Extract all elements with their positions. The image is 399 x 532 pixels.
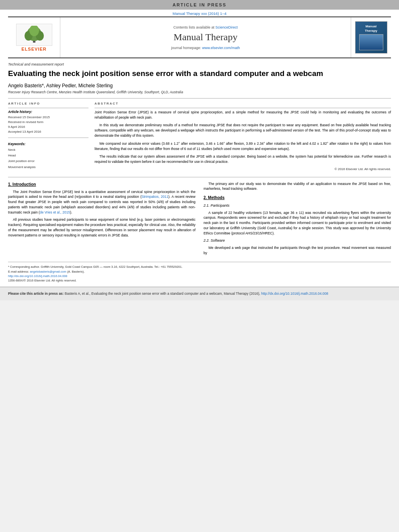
authors: Angelo Basteris*, Ashley Pedler, Michele… xyxy=(8,83,391,88)
devries-ref[interactable]: de Vries et al., 2015 xyxy=(40,210,70,214)
citation-text: Basteris A, et al., Evaluating the neck … xyxy=(65,292,261,296)
contents-link[interactable]: ScienceDirect xyxy=(216,25,238,29)
body-para-1: The Joint Position Sense Error (JPSE) te… xyxy=(8,189,195,215)
divider-keywords xyxy=(8,138,88,138)
email-link[interactable]: angelobasteris@gmail.com xyxy=(30,270,66,273)
page-wrapper: ARTICLE IN PRESS Manual Therapy xxx (201… xyxy=(0,0,399,300)
body-right-para-1: The primary aim of our study was to demo… xyxy=(204,181,391,192)
divider-body xyxy=(8,177,391,177)
elsevier-logo-area: ELSEVIER xyxy=(8,17,60,58)
footnote-corresponding: * Corresponding author. Griffith Univers… xyxy=(8,265,391,269)
footnote-issn: 1356-689X/© 2016 Elsevier Ltd. All right… xyxy=(8,278,391,283)
article-in-press-label: ARTICLE IN PRESS xyxy=(173,2,226,7)
section2-heading: 2. Methods xyxy=(204,195,391,201)
contents-label: Contents lists available at xyxy=(173,25,214,29)
homepage-label: journal homepage: xyxy=(171,46,201,50)
journal-ref-text: Manual Therapy xxx (2016) 1–4 xyxy=(173,11,226,16)
article-info-col: ARTICLE INFO Article history: Received 1… xyxy=(8,102,88,172)
header-section: ELSEVIER Contents lists available at Sci… xyxy=(8,16,391,58)
body-para-2: All previous studies have required parti… xyxy=(8,217,195,238)
body-right-para-3: We developed a web page that instructed … xyxy=(204,245,391,256)
elsevier-logo-img xyxy=(16,24,52,46)
footnote-email: E-mail address: angelobasteris@gmail.com… xyxy=(8,269,391,274)
journal-thumbnail-area: Manual Therapy xyxy=(351,17,391,58)
issn-text: 1356-689X/© 2016 Elsevier Ltd. All right… xyxy=(8,279,76,282)
homepage-link[interactable]: www.elsevier.com/math xyxy=(202,46,240,50)
email-suffix: (A. Basteris). xyxy=(67,270,84,273)
footnote-area: * Corresponding author. Griffith Univers… xyxy=(8,262,391,283)
article-title: Evaluating the neck joint position sense… xyxy=(8,69,391,79)
section1-heading: 1. Introduction xyxy=(8,181,195,187)
strimpakos-ref[interactable]: Strimpakos, 2011 xyxy=(142,195,169,199)
journal-ref-line: Manual Therapy xxx (2016) 1–4 xyxy=(0,10,399,16)
abstract-para-3: We compared our absolute error values (3… xyxy=(95,141,391,152)
divider-abstract xyxy=(95,108,391,108)
journal-title: Manual Therapy xyxy=(174,32,238,43)
corresponding-text: * Corresponding author. Griffith Univers… xyxy=(8,265,183,269)
header-center: Contents lists available at ScienceDirec… xyxy=(60,17,351,58)
body-left-col: 1. Introduction The Joint Position Sense… xyxy=(8,181,195,258)
copyright-line: © 2016 Elsevier Ltd. All rights reserved… xyxy=(95,167,391,172)
abstract-para-1: Joint Position Sense Error (JPSE) is a m… xyxy=(95,110,391,120)
section2-1-heading: 2.1. Participants xyxy=(204,203,391,209)
citation-bar: Please cite this article in press as: Ba… xyxy=(0,287,399,300)
elsevier-text: ELSEVIER xyxy=(21,47,46,51)
article-info-label: ARTICLE INFO xyxy=(8,102,88,105)
affiliation: Recover Injury Research Centre, Menzies … xyxy=(8,90,391,94)
keywords-label: Keywords: xyxy=(8,142,88,146)
contents-line: Contents lists available at ScienceDirec… xyxy=(173,25,238,29)
citation-doi[interactable]: http://dx.doi.org/10.1016/j.math.2016.04… xyxy=(261,292,328,296)
keywords-text: Neck Head Joint position error Movement … xyxy=(8,147,88,170)
abstract-para-2: In this study we demonstrate preliminary… xyxy=(95,123,391,139)
divider-info xyxy=(8,108,88,108)
abstract-col: ABSTRACT Joint Position Sense Error (JPS… xyxy=(95,102,391,172)
abstract-label: ABSTRACT xyxy=(95,102,391,105)
article-in-press-bar: ARTICLE IN PRESS xyxy=(0,0,399,10)
divider-1 xyxy=(8,98,391,99)
article-type: Technical and measurement report xyxy=(8,62,391,66)
history-label: Article history: xyxy=(8,110,88,114)
body-section: 1. Introduction The Joint Position Sense… xyxy=(8,181,391,258)
manual-therapy-thumb: Manual Therapy xyxy=(355,21,387,53)
body-right-col: The primary aim of our study was to demo… xyxy=(204,181,391,258)
history-text: Received 15 December 2015 Received in re… xyxy=(8,115,88,134)
article-info-abstract-section: ARTICLE INFO Article history: Received 1… xyxy=(8,102,391,172)
footnote-doi: http://dx.doi.org/10.1016/j.math.2016.04… xyxy=(8,274,391,278)
elsevier-tree-svg xyxy=(22,26,46,44)
abstract-text: Joint Position Sense Error (JPSE) is a m… xyxy=(95,110,391,172)
doi-link[interactable]: http://dx.doi.org/10.1016/j.math.2016.04… xyxy=(8,274,67,278)
main-content: Technical and measurement report Evaluat… xyxy=(0,62,399,283)
abstract-para-4: The results indicate that our system all… xyxy=(95,154,391,164)
homepage-line: journal homepage: www.elsevier.com/math xyxy=(171,46,240,50)
cite-label: Please cite this article in press as: xyxy=(8,292,65,296)
body-right-para-2: A sample of 22 healthy volunteers (13 fe… xyxy=(204,210,391,236)
section2-2-heading: 2.2. Software xyxy=(204,238,391,244)
email-label: E-mail address: xyxy=(8,270,29,273)
